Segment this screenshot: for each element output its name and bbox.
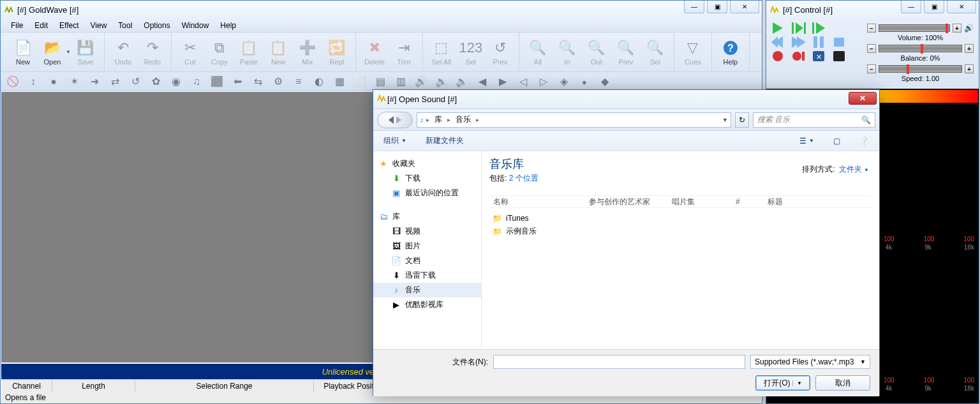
nav-music[interactable]: ♪音乐 <box>373 283 481 297</box>
minimize-button[interactable]: — <box>684 1 704 13</box>
volume-inc[interactable]: + <box>953 24 961 33</box>
volume-slider-row: − + 🔊 <box>867 22 974 34</box>
nav-documents[interactable]: 📄文档 <box>373 253 481 268</box>
open-dropdown-icon[interactable]: ▼ <box>66 49 71 55</box>
filetype-combo[interactable]: Supported Files (*.wav;*.mp3 ▼ <box>750 355 870 369</box>
selall-icon: ⬚ <box>433 39 450 57</box>
speed-inc[interactable]: + <box>965 64 974 73</box>
speed-slider[interactable] <box>879 65 962 73</box>
nav-pictures[interactable]: 🖼图片 <box>373 239 481 253</box>
dialog-footer: 文件名(N): Supported Files (*.wav;*.mp3 ▼ 打… <box>373 349 879 396</box>
balance-slider[interactable] <box>879 45 962 52</box>
fx-icon: ↕ <box>25 75 41 89</box>
nav-xunlei[interactable]: ⬇迅雷下载 <box>373 268 481 283</box>
settings-icon[interactable]: ✕ <box>812 50 826 62</box>
cues-icon: ▽ <box>684 39 702 57</box>
balance-dec[interactable]: − <box>867 44 876 53</box>
newfolder-button[interactable]: 新建文件夹 <box>422 133 468 149</box>
includes-link[interactable]: 2 个位置 <box>509 174 538 183</box>
maximize-button[interactable]: ▣ <box>707 1 727 13</box>
control-titlebar: [#] Control [#] — ▣ ✕ <box>766 1 979 19</box>
dialog-close-button[interactable]: ✕ <box>849 92 877 105</box>
fx-icon: ◉ <box>168 75 184 89</box>
fx-icon: ▶ <box>494 75 511 89</box>
chevron-down-icon: ▼ <box>792 380 802 386</box>
menu-effect[interactable]: Effect <box>54 20 84 31</box>
menu-window[interactable]: Window <box>177 20 214 31</box>
list-item[interactable]: 📁iTunes <box>489 212 872 225</box>
col-num[interactable]: # <box>732 197 764 206</box>
speed-dec[interactable]: − <box>867 64 876 73</box>
col-name[interactable]: 名称 <box>489 197 585 207</box>
menu-tool[interactable]: Tool <box>113 20 137 31</box>
record-icon[interactable] <box>771 50 785 62</box>
open-button[interactable]: 打开(O) ▼ <box>755 375 810 391</box>
control-minimize-button[interactable]: — <box>901 1 921 13</box>
search-input[interactable]: 搜索 音乐 🔍 <box>753 112 875 128</box>
nav-pane[interactable]: ★收藏夹 ⬇下载 ▣最近访问的位置 🗂库 🎞视频 🖼图片 📄文档 ⬇迅雷下载 ♪… <box>373 151 482 349</box>
tool-help[interactable]: ?Help <box>716 34 745 70</box>
pause-icon[interactable] <box>812 36 826 48</box>
tool-new[interactable]: 📄New <box>8 34 38 70</box>
tool-cut: ✂Cut <box>175 34 205 70</box>
crumb-current[interactable]: 音乐 <box>453 114 473 125</box>
menu-options[interactable]: Options <box>138 20 175 31</box>
forward-icon[interactable] <box>792 36 806 48</box>
monitor-icon[interactable] <box>833 50 847 62</box>
control-maximize-button[interactable]: ▣ <box>924 1 944 13</box>
nav-back-forward[interactable] <box>377 112 413 128</box>
nav-recent[interactable]: ▣最近访问的位置 <box>373 186 481 200</box>
organize-button[interactable]: 组织▼ <box>380 133 410 149</box>
sort-link[interactable]: 文件夹 ▼ <box>839 164 869 175</box>
fx-icon: ▦ <box>331 75 348 89</box>
breadcrumb-dropdown-icon[interactable]: ▼ <box>722 117 728 123</box>
fx-icon: ♫ <box>188 75 205 89</box>
volume-dec[interactable]: − <box>867 24 876 33</box>
speed-slider-row: − + <box>867 63 974 75</box>
nav-favorites[interactable]: ★收藏夹 <box>373 156 481 171</box>
menu-help[interactable]: Help <box>215 20 241 31</box>
nav-videos[interactable]: 🎞视频 <box>373 224 481 239</box>
dialog-help-button[interactable]: ❔ <box>856 134 873 148</box>
refresh-button[interactable]: ↻ <box>735 112 749 128</box>
cancel-button[interactable]: 取消 <box>815 375 870 391</box>
stop-icon[interactable] <box>833 36 847 48</box>
search-icon: 🔍 <box>861 116 871 124</box>
tool-cues: ▽Cues <box>678 34 708 70</box>
balance-inc[interactable]: + <box>965 44 974 53</box>
document-icon: 📄 <box>391 256 401 266</box>
tool-paste: 📋Paste <box>234 34 264 70</box>
menu-edit[interactable]: Edit <box>29 20 53 31</box>
play-loop-icon[interactable] <box>812 22 826 34</box>
breadcrumb[interactable]: ♪ ▸ 库 ▸ 音乐 ▸ ▼ <box>417 112 731 128</box>
control-close-button[interactable]: ✕ <box>947 1 976 13</box>
view-button[interactable]: ☰ ▼ <box>796 134 818 148</box>
menu-file[interactable]: File <box>6 20 28 31</box>
preview-button[interactable]: ▢ <box>829 134 844 148</box>
tool-set: 123Set <box>456 34 486 70</box>
nav-downloads[interactable]: ⬇下载 <box>373 171 481 186</box>
chevron-right-icon: ▸ <box>447 116 450 123</box>
menu-view[interactable]: View <box>85 20 112 31</box>
play-selection-icon[interactable] <box>792 22 806 34</box>
filename-input[interactable] <box>493 355 745 369</box>
col-title[interactable]: 标题 <box>764 197 815 207</box>
close-button[interactable]: ✕ <box>730 1 759 13</box>
crumb-root[interactable]: 库 <box>432 114 445 125</box>
rewind-icon[interactable] <box>771 36 785 48</box>
fx-icon: ▤ <box>372 75 389 89</box>
col-album[interactable]: 唱片集 <box>668 197 732 207</box>
volume-slider[interactable] <box>879 24 950 32</box>
col-artist[interactable]: 参与创作的艺术家 <box>585 197 668 207</box>
fx-icon: ➜ <box>86 75 103 89</box>
list-item[interactable]: 📁示例音乐 <box>489 225 872 238</box>
undo-icon: ↶ <box>114 39 132 57</box>
fx-icon: ≡ <box>290 75 307 89</box>
svg-rect-17 <box>802 52 805 61</box>
play-icon[interactable] <box>771 22 785 34</box>
nav-libraries[interactable]: 🗂库 <box>373 209 481 224</box>
tool-open[interactable]: 📂Open <box>38 34 67 70</box>
fx-icon: ⬥ <box>576 75 593 89</box>
record-pause-icon[interactable] <box>792 50 806 62</box>
nav-youku[interactable]: ▶优酷影视库 <box>373 297 481 312</box>
